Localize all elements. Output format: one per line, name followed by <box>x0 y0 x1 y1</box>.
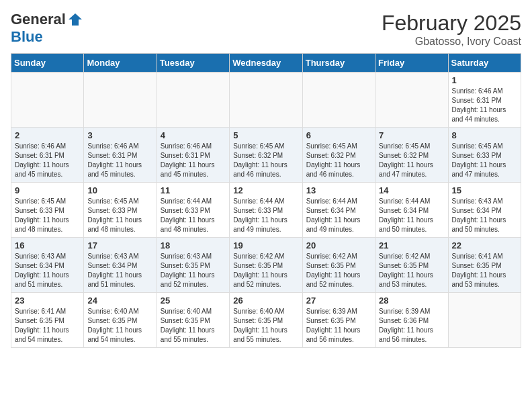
day-number: 23 <box>15 295 80 306</box>
day-info: Sunrise: 6:40 AM Sunset: 6:35 PM Dayligh… <box>233 307 298 345</box>
day-info: Sunrise: 6:45 AM Sunset: 6:32 PM Dayligh… <box>233 142 298 179</box>
weekday-header-friday: Friday <box>375 54 448 73</box>
calendar-cell: 9Sunrise: 6:45 AM Sunset: 6:33 PM Daylig… <box>11 183 84 238</box>
weekday-header-monday: Monday <box>84 54 157 73</box>
day-info: Sunrise: 6:44 AM Sunset: 6:33 PM Dayligh… <box>233 197 298 234</box>
day-info: Sunrise: 6:41 AM Sunset: 6:35 PM Dayligh… <box>15 307 80 345</box>
calendar-cell: 28Sunrise: 6:39 AM Sunset: 6:36 PM Dayli… <box>375 293 448 348</box>
calendar-cell: 19Sunrise: 6:42 AM Sunset: 6:35 PM Dayli… <box>230 238 302 293</box>
day-info: Sunrise: 6:41 AM Sunset: 6:35 PM Dayligh… <box>452 252 517 289</box>
day-number: 26 <box>233 295 298 306</box>
day-info: Sunrise: 6:43 AM Sunset: 6:34 PM Dayligh… <box>452 197 517 234</box>
day-number: 12 <box>233 185 298 195</box>
calendar-cell <box>84 73 157 128</box>
calendar-cell: 10Sunrise: 6:45 AM Sunset: 6:33 PM Dayli… <box>84 183 157 238</box>
calendar-cell: 25Sunrise: 6:40 AM Sunset: 6:35 PM Dayli… <box>157 293 229 348</box>
calendar-cell: 20Sunrise: 6:42 AM Sunset: 6:35 PM Dayli… <box>302 238 375 293</box>
calendar-cell: 2Sunrise: 6:46 AM Sunset: 6:31 PM Daylig… <box>11 128 84 183</box>
weekday-header-tuesday: Tuesday <box>157 54 229 73</box>
day-info: Sunrise: 6:42 AM Sunset: 6:35 PM Dayligh… <box>233 252 298 289</box>
day-info: Sunrise: 6:46 AM Sunset: 6:31 PM Dayligh… <box>452 87 517 124</box>
calendar-week-row: 23Sunrise: 6:41 AM Sunset: 6:35 PM Dayli… <box>11 293 521 348</box>
day-info: Sunrise: 6:44 AM Sunset: 6:34 PM Dayligh… <box>379 197 444 234</box>
calendar-cell: 15Sunrise: 6:43 AM Sunset: 6:34 PM Dayli… <box>448 183 521 238</box>
calendar-cell: 11Sunrise: 6:44 AM Sunset: 6:33 PM Dayli… <box>157 183 229 238</box>
calendar-week-row: 9Sunrise: 6:45 AM Sunset: 6:33 PM Daylig… <box>11 183 521 238</box>
day-info: Sunrise: 6:42 AM Sunset: 6:35 PM Dayligh… <box>306 252 371 289</box>
calendar-cell: 26Sunrise: 6:40 AM Sunset: 6:35 PM Dayli… <box>230 293 302 348</box>
calendar-cell: 27Sunrise: 6:39 AM Sunset: 6:35 PM Dayli… <box>302 293 375 348</box>
day-info: Sunrise: 6:40 AM Sunset: 6:35 PM Dayligh… <box>87 307 152 345</box>
weekday-header-row: SundayMondayTuesdayWednesdayThursdayFrid… <box>11 54 521 73</box>
day-number: 20 <box>306 240 371 250</box>
day-info: Sunrise: 6:45 AM Sunset: 6:32 PM Dayligh… <box>379 142 444 179</box>
weekday-header-sunday: Sunday <box>11 54 84 73</box>
calendar-cell: 24Sunrise: 6:40 AM Sunset: 6:35 PM Dayli… <box>84 293 157 348</box>
day-number: 8 <box>452 130 517 140</box>
page-header: General Blue February 2025 Gbatosso, Ivo… <box>11 11 521 48</box>
calendar-cell: 6Sunrise: 6:45 AM Sunset: 6:32 PM Daylig… <box>302 128 375 183</box>
day-number: 28 <box>379 295 444 306</box>
day-number: 4 <box>161 130 226 140</box>
day-number: 3 <box>87 130 152 140</box>
calendar-cell: 22Sunrise: 6:41 AM Sunset: 6:35 PM Dayli… <box>448 238 521 293</box>
calendar-cell <box>375 73 448 128</box>
calendar-week-row: 2Sunrise: 6:46 AM Sunset: 6:31 PM Daylig… <box>11 128 521 183</box>
weekday-header-thursday: Thursday <box>302 54 375 73</box>
day-number: 21 <box>379 240 444 250</box>
day-info: Sunrise: 6:45 AM Sunset: 6:33 PM Dayligh… <box>452 142 517 179</box>
day-info: Sunrise: 6:39 AM Sunset: 6:35 PM Dayligh… <box>306 307 371 345</box>
calendar-cell: 14Sunrise: 6:44 AM Sunset: 6:34 PM Dayli… <box>375 183 448 238</box>
day-number: 10 <box>87 185 152 195</box>
calendar-week-row: 1Sunrise: 6:46 AM Sunset: 6:31 PM Daylig… <box>11 73 521 128</box>
calendar-cell <box>11 73 84 128</box>
calendar-cell: 23Sunrise: 6:41 AM Sunset: 6:35 PM Dayli… <box>11 293 84 348</box>
day-number: 1 <box>452 75 517 85</box>
day-info: Sunrise: 6:43 AM Sunset: 6:35 PM Dayligh… <box>161 252 226 289</box>
day-number: 13 <box>306 185 371 195</box>
day-info: Sunrise: 6:39 AM Sunset: 6:36 PM Dayligh… <box>379 307 444 345</box>
day-number: 24 <box>87 295 152 306</box>
day-info: Sunrise: 6:44 AM Sunset: 6:34 PM Dayligh… <box>306 197 371 234</box>
calendar-table: SundayMondayTuesdayWednesdayThursdayFrid… <box>11 53 521 348</box>
calendar-week-row: 16Sunrise: 6:43 AM Sunset: 6:34 PM Dayli… <box>11 238 521 293</box>
calendar-cell: 16Sunrise: 6:43 AM Sunset: 6:34 PM Dayli… <box>11 238 84 293</box>
day-info: Sunrise: 6:46 AM Sunset: 6:31 PM Dayligh… <box>15 142 80 179</box>
calendar-cell: 21Sunrise: 6:42 AM Sunset: 6:35 PM Dayli… <box>375 238 448 293</box>
day-number: 27 <box>306 295 371 306</box>
svg-marker-0 <box>69 13 82 26</box>
calendar-cell: 5Sunrise: 6:45 AM Sunset: 6:32 PM Daylig… <box>230 128 302 183</box>
calendar-cell: 18Sunrise: 6:43 AM Sunset: 6:35 PM Dayli… <box>157 238 229 293</box>
day-info: Sunrise: 6:45 AM Sunset: 6:32 PM Dayligh… <box>306 142 371 179</box>
day-info: Sunrise: 6:45 AM Sunset: 6:33 PM Dayligh… <box>15 197 80 234</box>
logo-general-text: General <box>11 11 66 28</box>
day-number: 22 <box>452 240 517 250</box>
title-block: February 2025 Gbatosso, Ivory Coast <box>382 11 521 48</box>
logo: General Blue <box>11 11 83 46</box>
day-info: Sunrise: 6:45 AM Sunset: 6:33 PM Dayligh… <box>87 197 152 234</box>
day-info: Sunrise: 6:43 AM Sunset: 6:34 PM Dayligh… <box>15 252 80 289</box>
calendar-cell: 3Sunrise: 6:46 AM Sunset: 6:31 PM Daylig… <box>84 128 157 183</box>
calendar-cell: 17Sunrise: 6:43 AM Sunset: 6:34 PM Dayli… <box>84 238 157 293</box>
day-number: 2 <box>15 130 80 140</box>
day-number: 14 <box>379 185 444 195</box>
month-title: February 2025 <box>382 11 521 36</box>
calendar-cell: 13Sunrise: 6:44 AM Sunset: 6:34 PM Dayli… <box>302 183 375 238</box>
calendar-cell: 7Sunrise: 6:45 AM Sunset: 6:32 PM Daylig… <box>375 128 448 183</box>
day-info: Sunrise: 6:43 AM Sunset: 6:34 PM Dayligh… <box>87 252 152 289</box>
day-number: 19 <box>233 240 298 250</box>
day-number: 7 <box>379 130 444 140</box>
day-info: Sunrise: 6:44 AM Sunset: 6:33 PM Dayligh… <box>161 197 226 234</box>
day-number: 6 <box>306 130 371 140</box>
calendar-cell: 4Sunrise: 6:46 AM Sunset: 6:31 PM Daylig… <box>157 128 229 183</box>
calendar-cell: 8Sunrise: 6:45 AM Sunset: 6:33 PM Daylig… <box>448 128 521 183</box>
weekday-header-saturday: Saturday <box>448 54 521 73</box>
calendar-cell: 1Sunrise: 6:46 AM Sunset: 6:31 PM Daylig… <box>448 73 521 128</box>
day-info: Sunrise: 6:42 AM Sunset: 6:35 PM Dayligh… <box>379 252 444 289</box>
calendar-cell <box>302 73 375 128</box>
day-number: 9 <box>15 185 80 195</box>
calendar-cell <box>230 73 302 128</box>
calendar-cell <box>157 73 229 128</box>
day-number: 25 <box>161 295 226 306</box>
day-info: Sunrise: 6:46 AM Sunset: 6:31 PM Dayligh… <box>87 142 152 179</box>
